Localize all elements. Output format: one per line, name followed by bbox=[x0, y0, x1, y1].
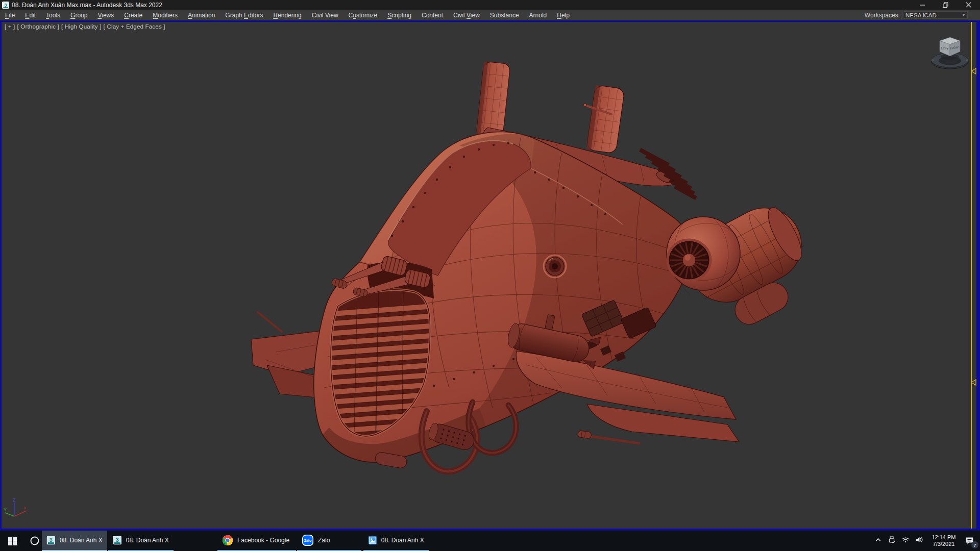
viewport-label-segment-0[interactable]: [ + ] bbox=[5, 23, 15, 30]
menu-customize-11[interactable]: Customize bbox=[344, 11, 383, 20]
taskbar-button-zalo-3[interactable]: ZaloZalo bbox=[297, 531, 361, 551]
taskbar: 3 MAX08. Đoàn Anh Xuân... 3 MAX08. Đoàn … bbox=[0, 531, 980, 551]
taskbar-button-3dsmax-0[interactable]: 3 MAX08. Đoàn Anh Xuân... bbox=[42, 531, 107, 551]
usb-device-icon[interactable] bbox=[888, 536, 896, 546]
viewcube[interactable]: LEFT FRONT bbox=[928, 31, 971, 74]
axis-y-label: Y bbox=[4, 507, 7, 512]
3dsmax-icon: 3 MAX bbox=[46, 534, 56, 546]
menu-group-3[interactable]: Group bbox=[65, 11, 92, 20]
menu-views-4[interactable]: Views bbox=[92, 11, 119, 20]
menu-animation-7[interactable]: Animation bbox=[183, 11, 220, 20]
menu-bar: FileEditToolsGroupViewsCreateModifiersAn… bbox=[0, 10, 980, 20]
menu-arnold-16[interactable]: Arnold bbox=[524, 11, 552, 20]
viewport-label-segment-2[interactable]: [ High Quality ] bbox=[61, 23, 102, 30]
wifi-icon[interactable] bbox=[901, 536, 910, 546]
menu-edit-1[interactable]: Edit bbox=[20, 11, 41, 20]
tray-chevron-up-icon[interactable] bbox=[874, 536, 882, 546]
engine-pod bbox=[667, 195, 814, 329]
taskbar-button-3dsmax-1[interactable]: 3 MAX08. Đoàn Anh Xuân... bbox=[108, 531, 174, 551]
minimize-button[interactable] bbox=[911, 0, 934, 10]
workspace-dropdown[interactable]: NESA iCAD ▼ bbox=[903, 11, 968, 19]
taskbar-button-label: 08. Đoàn Anh Xuân... bbox=[60, 537, 103, 544]
viewport-canvas-aircraft-model[interactable] bbox=[2, 22, 976, 529]
workspaces-area: Workspaces: NESA iCAD ▼ bbox=[865, 11, 980, 19]
restore-down-button[interactable] bbox=[934, 0, 957, 10]
tray-date: 7/3/2021 bbox=[929, 541, 958, 547]
menu-tools-2[interactable]: Tools bbox=[41, 11, 65, 20]
menu-civil-view-14[interactable]: Civil View bbox=[448, 11, 485, 20]
close-button[interactable] bbox=[957, 0, 980, 10]
tray-time: 12:14 PM bbox=[929, 534, 958, 541]
menu-civil-view-10[interactable]: Civil View bbox=[307, 11, 344, 20]
notification-badge: 7 bbox=[971, 541, 978, 548]
menu-content-13[interactable]: Content bbox=[416, 11, 448, 20]
chevron-down-icon: ▼ bbox=[962, 13, 966, 17]
world-axis-gizmo: Z Y x bbox=[2, 497, 37, 529]
taskbar-button-label: Facebook - Google ... bbox=[237, 537, 291, 544]
action-center-button[interactable]: 7 bbox=[964, 535, 976, 547]
menu-items: FileEditToolsGroupViewsCreateModifiersAn… bbox=[0, 11, 575, 20]
3dsmax-app-icon: 3 bbox=[2, 2, 9, 9]
menu-substance-15[interactable]: Substance bbox=[485, 11, 524, 20]
window-controls bbox=[911, 0, 980, 10]
command-panel-splitter[interactable] bbox=[971, 22, 972, 529]
svg-text:3: 3 bbox=[116, 537, 119, 543]
svg-text:MAX: MAX bbox=[116, 543, 119, 544]
3dsmax-icon: 3 MAX bbox=[113, 534, 122, 546]
taskbar-button-label: 08. Đoàn Anh Xuân... bbox=[126, 537, 169, 544]
zalo-icon: Zalo bbox=[302, 534, 314, 546]
window-title: 08. Đoàn Anh Xuân Max.max - Autodesk 3ds… bbox=[12, 2, 162, 9]
svg-text:MAX: MAX bbox=[50, 543, 53, 544]
svg-text:3: 3 bbox=[4, 2, 7, 8]
system-tray: 12:14 PM 7/3/2021 7 bbox=[874, 531, 980, 551]
tray-clock[interactable]: 12:14 PM 7/3/2021 bbox=[929, 534, 958, 547]
menu-file-0[interactable]: File bbox=[0, 11, 20, 20]
workspaces-label: Workspaces: bbox=[865, 12, 900, 19]
panel-expand-arrow-top[interactable] bbox=[970, 67, 977, 75]
porthole-window bbox=[544, 255, 566, 278]
panel-expand-arrow-bottom[interactable] bbox=[970, 379, 977, 386]
taskbar-button-label: 08. Đoàn Anh Xuân... bbox=[381, 537, 424, 544]
taskbar-button-chrome-2[interactable]: Facebook - Google ... bbox=[217, 531, 296, 551]
menu-modifiers-6[interactable]: Modifiers bbox=[148, 11, 183, 20]
viewport-label-segment-3[interactable]: [ Clay + Edged Faces ] bbox=[104, 23, 165, 30]
taskbar-button-label: Zalo bbox=[318, 537, 330, 544]
chrome-icon bbox=[222, 534, 233, 546]
menu-create-5[interactable]: Create bbox=[119, 11, 148, 20]
speaker-icon[interactable] bbox=[915, 536, 924, 546]
taskbar-button-photos-4[interactable]: 08. Đoàn Anh Xuân... bbox=[363, 531, 429, 551]
axis-x-label: x bbox=[24, 505, 27, 510]
menu-rendering-9[interactable]: Rendering bbox=[268, 11, 306, 20]
viewport-label: [ + ][ Orthographic ][ High Quality ][ C… bbox=[5, 23, 167, 30]
viewport-label-segment-1[interactable]: [ Orthographic ] bbox=[17, 23, 59, 30]
photos-icon bbox=[368, 534, 377, 546]
workspace-value: NESA iCAD bbox=[905, 12, 937, 18]
viewport[interactable]: [ + ][ Orthographic ][ High Quality ][ C… bbox=[0, 20, 980, 531]
menu-help-17[interactable]: Help bbox=[552, 11, 575, 20]
title-bar: 3 08. Đoàn Anh Xuân Max.max - Autodesk 3… bbox=[0, 0, 980, 10]
svg-text:3: 3 bbox=[50, 537, 53, 543]
axis-z-label: Z bbox=[13, 497, 16, 503]
menu-graph-editors-8[interactable]: Graph Editors bbox=[220, 11, 268, 20]
start-button[interactable] bbox=[0, 531, 24, 551]
svg-text:Zalo: Zalo bbox=[304, 539, 311, 542]
menu-scripting-12[interactable]: Scripting bbox=[382, 11, 416, 20]
